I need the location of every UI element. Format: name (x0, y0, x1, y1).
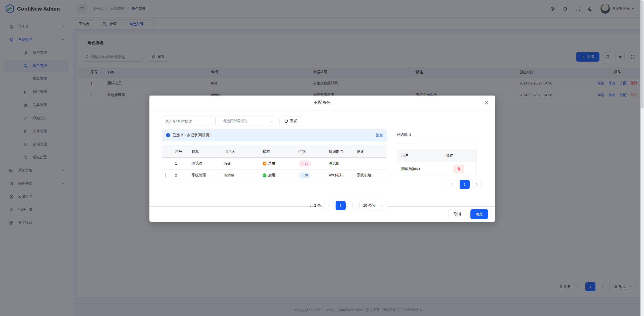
assign-role-modal: 分配角色 请选择所属部门 重置 i 已选中 1 条记录(可跨页) 清空 (149, 96, 495, 222)
page-size-select[interactable]: 10 条/页 (359, 201, 387, 210)
selection-alert-text: 已选中 1 条记录(可跨页) (173, 133, 211, 138)
modal-header: 分配角色 (149, 96, 495, 110)
selected-pagination: 1 (397, 180, 481, 189)
table-row[interactable]: 2 系统管理... admin 启用 ♂ 男 Xxx科技... 系统初始... (162, 169, 387, 181)
status-badge: 禁用 (263, 161, 299, 166)
trash-icon (457, 167, 461, 171)
row-checkbox-unchecked[interactable] (165, 173, 166, 177)
pagination-total: 共 2 条 (310, 203, 321, 208)
modal-reset-button[interactable]: 重置 (279, 116, 302, 126)
modal-pagination: 共 2 条 1 10 条/页 (162, 201, 387, 210)
enabled-status-icon (263, 173, 266, 177)
info-icon: i (166, 133, 170, 137)
modal-body: 请选择所属部门 重置 i 已选中 1 条记录(可跨页) 清空 序号 昵称 用户名… (149, 110, 495, 206)
user-table-header: 序号 昵称 用户名 状态 性别 所属部门 描述 (162, 146, 387, 158)
status-badge: 启用 (263, 173, 299, 177)
modal-filter-row: 请选择所属部门 重置 (162, 116, 302, 126)
selected-count-title: 已选择: 1 (397, 132, 481, 137)
close-icon[interactable] (485, 101, 489, 104)
clear-selection-link[interactable]: 清空 (376, 133, 383, 138)
selected-users-table: 用户 操作 测试员(test) (397, 149, 477, 176)
chevron-down-icon (269, 120, 272, 123)
page-number-button[interactable]: 1 (336, 201, 346, 210)
table-row[interactable]: 1 测试员 test 禁用 ♀ 女 测试部 (162, 158, 387, 169)
gender-male-badge: ♂ 男 (299, 172, 311, 178)
divider (397, 144, 481, 144)
selected-table-header: 用户 操作 (397, 149, 476, 162)
confirm-button[interactable]: 确定 (470, 209, 488, 219)
modal-title: 分配角色 (314, 100, 330, 105)
chevron-down-icon (380, 204, 383, 207)
disabled-status-icon (263, 162, 266, 165)
next-page-button[interactable] (348, 201, 357, 210)
user-search-box[interactable] (162, 116, 216, 126)
selected-user-row: 测试员(test) (397, 162, 476, 176)
selected-users-panel: 已选择: 1 用户 操作 测试员(test) 1 (397, 132, 481, 189)
dept-select[interactable]: 请选择所属部门 (219, 116, 276, 126)
selection-alert: i 已选中 1 条记录(可跨页) 清空 (162, 129, 387, 141)
cancel-button[interactable]: 取消 (449, 209, 466, 219)
gender-female-badge: ♀ 女 (299, 160, 311, 167)
user-select-table: 序号 昵称 用户名 状态 性别 所属部门 描述 1 测试员 test 禁用 ♀ … (162, 146, 387, 181)
prev-page-button[interactable] (324, 201, 333, 210)
prev-page-button[interactable] (448, 180, 457, 189)
page-scrollbar[interactable] (640, 0, 644, 316)
selected-user-name: 测试员(test) (397, 167, 446, 171)
next-page-button[interactable] (472, 180, 481, 189)
refresh-icon (284, 119, 288, 123)
user-search-input[interactable] (165, 119, 212, 123)
scrollbar-thumb[interactable] (641, 1, 643, 109)
page-number-button[interactable]: 1 (460, 180, 470, 189)
remove-selected-button[interactable] (453, 164, 464, 173)
